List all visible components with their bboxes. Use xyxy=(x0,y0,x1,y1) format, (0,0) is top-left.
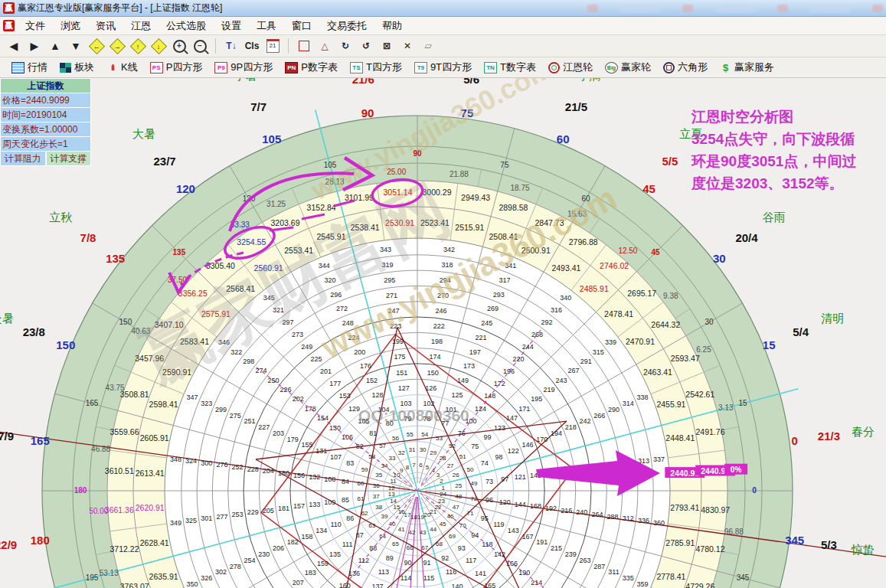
svg-text:117: 117 xyxy=(466,557,476,564)
svg-text:156: 156 xyxy=(293,472,305,479)
fit-center-icon[interactable]: ✕ xyxy=(398,38,417,54)
svg-text:312: 312 xyxy=(623,514,634,522)
view-button-label: 9T四方形 xyxy=(430,60,472,74)
rotate-cw-icon[interactable]: ↻ xyxy=(336,38,355,54)
menu-item-4[interactable]: 公式选股 xyxy=(159,18,214,33)
calendar-icon[interactable]: 21 xyxy=(263,38,282,54)
svg-text:116: 116 xyxy=(446,568,456,576)
shift-left-icon[interactable]: ← xyxy=(87,38,106,54)
view-button-板块[interactable]: 板块 xyxy=(54,59,100,76)
menu-item-2[interactable]: 资讯 xyxy=(88,18,123,33)
view-button-江恩轮[interactable]: 江恩轮 xyxy=(543,59,598,76)
index-info-panel: 上证指数 价格=2440.9099 时间=20190104 变换系数=1.000… xyxy=(0,78,91,166)
nav-left-icon[interactable]: ◀ xyxy=(5,38,23,54)
view-button-行情[interactable]: 行情 xyxy=(6,59,53,76)
box-select-icon[interactable]: ⊠ xyxy=(378,38,396,54)
menu-item-5[interactable]: 设置 xyxy=(214,18,249,33)
zoom-out-icon[interactable]: − xyxy=(191,38,209,54)
svg-text:252: 252 xyxy=(231,463,243,471)
shift-down-icon[interactable]: ↓ xyxy=(149,38,168,54)
calc-resistance-button[interactable]: 计算阻力 xyxy=(0,151,46,166)
view-button-赢家服务[interactable]: $赢家服务 xyxy=(714,59,780,76)
view-button-9P四方形[interactable]: P99P四方形 xyxy=(209,59,278,76)
shift-up-icon[interactable]: ↑ xyxy=(129,38,147,54)
svg-text:239: 239 xyxy=(565,550,577,558)
svg-text:22/9: 22/9 xyxy=(0,538,17,551)
menu-item-8[interactable]: 交易委托 xyxy=(319,18,374,33)
eraser-icon[interactable]: ▱ xyxy=(419,38,437,54)
view-button-赢家轮[interactable]: Big赢家轮 xyxy=(600,59,656,76)
draw-square-icon[interactable] xyxy=(295,38,313,54)
view-button-9T四方形[interactable]: T99T四方形 xyxy=(409,59,477,76)
view-button-T数字表[interactable]: TNT数字表 xyxy=(479,59,541,76)
step-row: 周天变化步长=1 xyxy=(0,136,91,151)
svg-text:339: 339 xyxy=(605,338,616,346)
menu-item-7[interactable]: 窗口 xyxy=(284,18,319,33)
svg-text:178: 178 xyxy=(305,405,316,413)
svg-text:36: 36 xyxy=(373,482,380,489)
svg-text:301: 301 xyxy=(201,514,212,522)
t-marker-icon[interactable]: T↓ xyxy=(222,38,240,54)
svg-text:2778.41: 2778.41 xyxy=(656,572,685,581)
nav-down-icon[interactable]: ▼ xyxy=(67,38,85,54)
svg-text:166: 166 xyxy=(506,560,518,567)
svg-text:3763.07: 3763.07 xyxy=(120,582,149,588)
svg-text:23/7: 23/7 xyxy=(153,155,175,168)
gann-wheel-chart-area[interactable]: 1234567891011121314151617181920212223242… xyxy=(0,78,886,588)
svg-text:201: 201 xyxy=(320,368,332,375)
view-button-T四方形[interactable]: TST四方形 xyxy=(345,59,407,76)
svg-text:220: 220 xyxy=(512,355,524,363)
svg-text:谷雨: 谷雨 xyxy=(763,211,786,224)
svg-text:240: 240 xyxy=(576,508,587,516)
svg-text:30: 30 xyxy=(713,252,726,265)
view-button-K线[interactable]: ıllıK线 xyxy=(101,59,143,76)
shift-right-icon[interactable]: → xyxy=(108,38,126,54)
svg-text:5/3: 5/3 xyxy=(821,538,837,551)
view-button-六角形[interactable]: 六角形 xyxy=(658,59,713,76)
svg-text:2949.43: 2949.43 xyxy=(461,193,490,202)
rotate-ccw-icon[interactable]: ↺ xyxy=(357,38,375,54)
svg-text:298: 298 xyxy=(243,358,254,365)
menu-item-6[interactable]: 工具 xyxy=(249,18,284,33)
svg-text:2695.17: 2695.17 xyxy=(627,289,656,298)
menu-item-9[interactable]: 帮助 xyxy=(374,18,410,33)
cls-icon[interactable]: Cls xyxy=(243,38,261,54)
toolbar-views: 行情板块ıllıK线PSP四方形P99P四方形PNP数字表TST四方形T99T四… xyxy=(0,57,886,78)
svg-text:25: 25 xyxy=(455,482,462,489)
svg-text:195: 195 xyxy=(86,573,99,582)
svg-text:44: 44 xyxy=(430,526,436,533)
app-logo-icon: 赢 xyxy=(3,2,15,14)
svg-text:230: 230 xyxy=(258,550,270,558)
svg-text:6.25: 6.25 xyxy=(696,345,711,354)
svg-text:91: 91 xyxy=(423,559,430,567)
view-button-P四方形[interactable]: PSP四方形 xyxy=(145,59,208,76)
zoom-in-icon[interactable]: + xyxy=(170,38,188,54)
svg-text:21/3: 21/3 xyxy=(818,430,840,443)
svg-text:128: 128 xyxy=(372,391,384,399)
draw-triangle-icon[interactable]: △ xyxy=(315,38,334,54)
svg-text:149: 149 xyxy=(457,377,469,384)
index-name: 上证指数 xyxy=(0,78,91,93)
svg-text:278: 278 xyxy=(230,563,241,570)
svg-text:264: 264 xyxy=(591,511,603,518)
svg-text:221: 221 xyxy=(475,334,486,341)
svg-text:165: 165 xyxy=(484,582,495,588)
svg-text:46: 46 xyxy=(447,513,454,520)
calc-support-button[interactable]: 计算支撑 xyxy=(46,151,92,166)
menu-item-1[interactable]: 浏览 xyxy=(53,18,88,33)
nav-right-icon[interactable]: ▶ xyxy=(25,38,44,54)
svg-text:317: 317 xyxy=(499,276,510,284)
svg-text:3610.51: 3610.51 xyxy=(105,466,134,475)
view-button-label: P四方形 xyxy=(166,60,203,74)
svg-text:9: 9 xyxy=(400,467,404,474)
svg-text:57: 57 xyxy=(379,443,386,449)
menu-item-3[interactable]: 江恩 xyxy=(123,18,159,33)
menu-item-0[interactable]: 文件 xyxy=(18,18,53,33)
nav-up-icon[interactable]: ▲ xyxy=(46,38,64,54)
svg-text:316: 316 xyxy=(551,306,562,314)
view-button-P数字表[interactable]: PNP数字表 xyxy=(280,59,343,76)
svg-text:183: 183 xyxy=(305,569,316,577)
view-button-label: K线 xyxy=(121,60,138,74)
titlebar-blurred-items xyxy=(587,5,883,12)
svg-text:175: 175 xyxy=(394,353,405,361)
